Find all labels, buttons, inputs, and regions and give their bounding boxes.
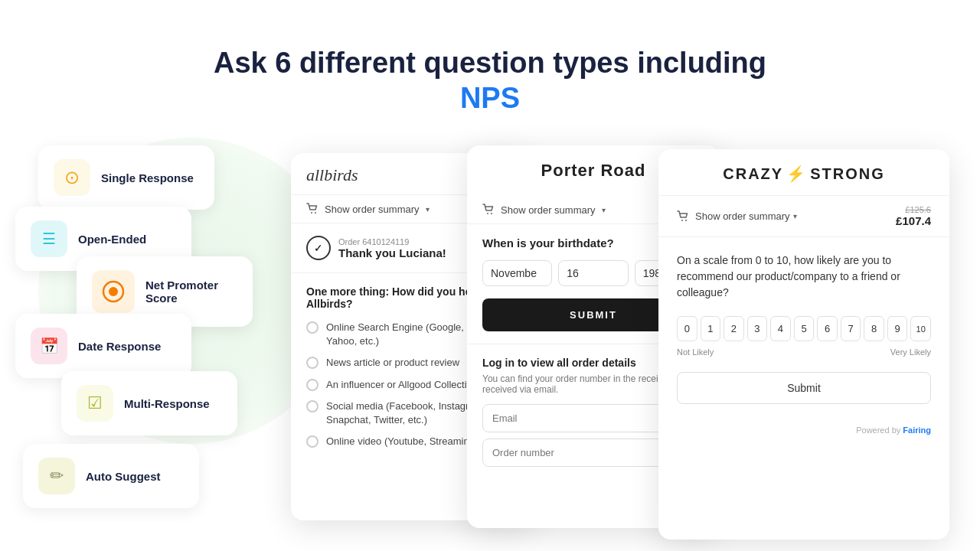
porter-day-select[interactable]: 16 <box>558 260 628 286</box>
auto-suggest-label: Auto Suggest <box>86 470 161 483</box>
card-single-response: ⊙ Single Response <box>38 145 214 210</box>
radio-icon <box>306 357 318 369</box>
check-circle-icon: ✓ <box>306 236 331 260</box>
svg-point-1 <box>109 287 118 296</box>
radio-icon <box>306 400 318 412</box>
radio-icon <box>306 321 318 334</box>
multi-response-label: Multi-Response <box>124 397 210 410</box>
open-ended-label: Open-Ended <box>78 233 146 246</box>
nps-btn-4[interactable]: 4 <box>770 316 791 341</box>
allbirds-order-summary-label: Show order summary <box>325 204 420 215</box>
multi-response-icon: ☑ <box>77 385 113 422</box>
nps-icon <box>92 270 135 313</box>
card-date-response: 📅 Date Response <box>15 314 191 378</box>
crazy-logo-part2: STRONG <box>810 165 885 182</box>
allbirds-option-label-2: News article or product review <box>326 356 459 370</box>
crazy-nps-scale: 0 1 2 3 4 5 6 7 8 9 10 <box>677 316 931 341</box>
svg-point-7 <box>685 220 687 221</box>
page-wrapper: Ask 6 different question types including… <box>0 0 980 551</box>
powered-by-text: Powered by <box>856 425 903 435</box>
date-response-icon: 📅 <box>31 328 67 364</box>
dropdown-arrow-icon: ▾ <box>793 212 797 220</box>
date-response-label: Date Response <box>78 340 161 353</box>
svg-point-3 <box>315 212 316 214</box>
nps-btn-7[interactable]: 7 <box>841 316 861 341</box>
svg-point-2 <box>311 212 312 214</box>
crazy-nps-section: On a scale from 0 to 10, how likely are … <box>658 237 949 419</box>
nps-btn-6[interactable]: 6 <box>817 316 838 341</box>
cart-icon <box>677 210 689 223</box>
page-title: Ask 6 different question types including… <box>0 46 980 116</box>
crazy-header: CRAZY⚡STRONG <box>658 149 949 196</box>
svg-point-4 <box>487 213 488 214</box>
very-likely-label: Very Likely <box>890 347 931 357</box>
crazy-final-price: £107.4 <box>896 214 931 227</box>
allbirds-order-details: Order 6410124119 Thank you Luciana! <box>338 237 446 259</box>
crazy-nps-question: On a scale from 0 to 10, how likely are … <box>677 253 931 301</box>
dropdown-arrow-icon: ▾ <box>602 206 606 214</box>
nps-btn-5[interactable]: 5 <box>794 316 815 341</box>
card-multi-response: ☑ Multi-Response <box>61 371 237 435</box>
nps-btn-10[interactable]: 10 <box>910 316 931 341</box>
nps-btn-0[interactable]: 0 <box>677 316 697 341</box>
nps-btn-3[interactable]: 3 <box>747 316 768 341</box>
nps-btn-9[interactable]: 9 <box>887 316 908 341</box>
header-title-text: Ask 6 different question types including <box>214 47 766 79</box>
auto-suggest-icon: ✏ <box>38 458 75 494</box>
allbirds-thank-you: Thank you Luciana! <box>338 246 446 259</box>
crazy-original-price: £125.6 <box>896 205 931 214</box>
cards-area: ⊙ Single Response ☰ Open-Ended Net Promo… <box>0 145 980 551</box>
radio-icon <box>306 379 318 391</box>
lightning-icon: ⚡ <box>786 165 807 182</box>
crazy-submit-button[interactable]: Submit <box>677 372 931 404</box>
nps-btn-1[interactable]: 1 <box>701 316 721 341</box>
crazy-powered-by: Powered by Fairing <box>658 419 949 441</box>
single-response-label: Single Response <box>101 171 194 184</box>
open-ended-icon: ☰ <box>31 220 67 257</box>
header-nps-highlight: NPS <box>460 82 520 114</box>
nps-btn-8[interactable]: 8 <box>864 316 884 341</box>
dropdown-arrow-icon: ▾ <box>426 205 430 214</box>
not-likely-label: Not Likely <box>677 347 714 357</box>
crazy-order-bar[interactable]: Show order summary ▾ £125.6 £107.4 <box>658 196 949 237</box>
cart-icon <box>482 204 495 216</box>
crazy-logo-part1: CRAZY <box>723 165 783 182</box>
radio-icon <box>306 435 318 448</box>
header-section: Ask 6 different question types including… <box>0 0 980 116</box>
nps-label: Net Promoter Score <box>145 279 237 305</box>
crazy-nps-labels: Not Likely Very Likely <box>677 347 931 357</box>
card-auto-suggest: ✏ Auto Suggest <box>23 444 199 508</box>
cart-icon <box>306 203 318 215</box>
nps-btn-2[interactable]: 2 <box>724 316 744 341</box>
crazy-strong-panel: CRAZY⚡STRONG Show order summary ▾ £125.6… <box>658 149 949 540</box>
single-response-icon: ⊙ <box>54 159 90 196</box>
fairing-link[interactable]: Fairing <box>903 425 931 435</box>
svg-point-6 <box>681 220 683 221</box>
porter-order-summary-label: Show order summary <box>501 204 596 216</box>
crazy-price-col: £125.6 £107.4 <box>896 205 931 227</box>
crazy-strong-logo: CRAZY⚡STRONG <box>723 165 884 183</box>
svg-point-5 <box>491 213 492 214</box>
crazy-order-summary-label: Show order summary <box>695 210 790 222</box>
porter-month-select[interactable]: Novembe <box>482 260 552 286</box>
allbirds-order-id: Order 6410124119 <box>338 237 446 246</box>
